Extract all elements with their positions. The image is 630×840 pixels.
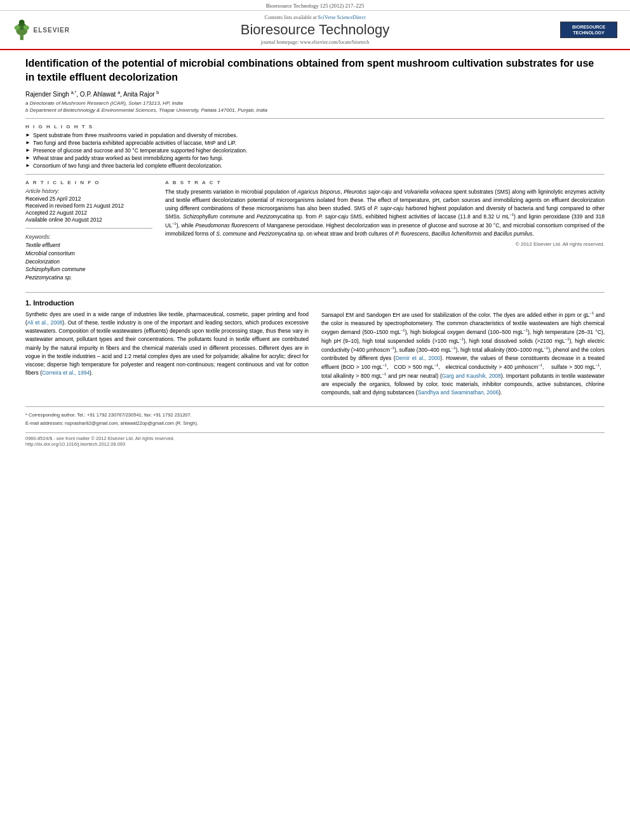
- keywords-list: Textile effluent Microbial consortium De…: [25, 241, 152, 282]
- intro-body: Synthetic dyes are used in a wide range …: [25, 310, 605, 401]
- highlight-text-5: Consortium of two fungi and three bacter…: [33, 163, 222, 169]
- homepage-line: journal homepage: www.elsevier.com/locat…: [70, 39, 560, 45]
- divider-2: [25, 174, 605, 175]
- ref-demir-2000[interactable]: Demir et al., 2000: [396, 355, 441, 361]
- highlight-text-1: Spent substrate from three mushrooms var…: [33, 132, 238, 138]
- highlight-item-2: ► Two fungi and three bacteria exhibited…: [25, 140, 605, 146]
- copyright-line: © 2012 Elsevier Ltd. All rights reserved…: [165, 241, 605, 247]
- doi-text[interactable]: http://dx.doi.org/10.1016/j.biortech.201…: [25, 441, 125, 447]
- highlight-item-3: ► Presence of glucose and sucrose and 30…: [25, 147, 605, 154]
- svg-point-3: [19, 20, 25, 25]
- elsevier-tree-icon: [13, 17, 31, 43]
- article-info-label: A R T I C L E I N F O: [25, 180, 152, 185]
- abstract-label: A B S T R A C T: [165, 180, 605, 185]
- sciverse-line: Contents lists available at SciVerse Sci…: [70, 15, 560, 20]
- history-label: Article history:: [25, 188, 152, 194]
- arrow-icon-4: ►: [25, 155, 30, 161]
- abstract-col: A B S T R A C T The study presents varia…: [165, 180, 605, 287]
- arrow-icon-2: ►: [25, 140, 30, 145]
- keyword-5: Pezizomycatina sp.: [25, 274, 152, 282]
- affiliation-a: a Directorate of Mushroom Research (ICAR…: [25, 100, 605, 106]
- ref-sandhya-2006[interactable]: Sandhya and Swaminathan, 2006: [418, 389, 499, 396]
- intro-para-1: Synthetic dyes are used in a wide range …: [25, 310, 309, 377]
- affiliation-b: b Department of Biotechnology & Environm…: [25, 107, 605, 113]
- highlights-label: H I G H L I G H T S: [25, 124, 605, 130]
- article-info-col: A R T I C L E I N F O Article history: R…: [25, 180, 152, 287]
- arrow-icon-3: ►: [25, 147, 30, 153]
- keywords-label: Keywords:: [25, 234, 152, 240]
- highlight-item-5: ► Consortium of two fungi and three bact…: [25, 163, 605, 169]
- elsevier-logo: ELSEVIER: [13, 17, 70, 43]
- intro-section: 1. Introduction Synthetic dyes are used …: [25, 299, 605, 401]
- footnote-email: E-mail addresses: nsprashar82@gmail.com,…: [25, 420, 605, 426]
- revised-date: Received in revised form 21 August 2012: [25, 203, 152, 209]
- journal-header: ELSEVIER Contents lists available at Sci…: [0, 11, 630, 50]
- divider-3: [25, 292, 605, 293]
- bio-logo-box: BIORESOURCETECHNOLOGY: [560, 22, 617, 38]
- divider-1: [25, 118, 605, 119]
- elsevier-text: ELSEVIER: [34, 27, 70, 34]
- keyword-3: Decolorization: [25, 258, 152, 266]
- intro-left-col: Synthetic dyes are used in a wide range …: [25, 310, 309, 401]
- journal-citation: Bioresource Technology 125 (2012) 217–22…: [0, 0, 630, 11]
- main-content: Identification of the potential of micro…: [0, 50, 630, 453]
- article-meta-section: A R T I C L E I N F O Article history: R…: [25, 180, 605, 287]
- intro-para-2: Sansapol EM and Sandogen EH are used for…: [321, 310, 605, 397]
- highlights-section: H I G H L I G H T S ► Spent substrate fr…: [25, 124, 605, 169]
- highlight-text-2: Two fungi and three bacteria exhibited a…: [33, 140, 236, 146]
- bioresource-logo: BIORESOURCETECHNOLOGY: [560, 22, 617, 38]
- intro-right-col: Sansapol EM and Sandogen EH are used for…: [321, 310, 605, 401]
- abstract-text: The study presents variation in microbia…: [165, 188, 605, 237]
- received-date: Received 25 April 2012: [25, 196, 152, 202]
- footnote-corresponding: * Corresponding author. Tel.: +91 1792 2…: [25, 412, 605, 418]
- keyword-2: Microbial consortium: [25, 250, 152, 258]
- journal-title: Bioresource Technology: [70, 22, 560, 38]
- keywords-group: Keywords: Textile effluent Microbial con…: [25, 234, 152, 282]
- accepted-date: Accepted 22 August 2012: [25, 210, 152, 216]
- article-title: Identification of the potential of micro…: [25, 57, 605, 85]
- issn-text: 0960-8524/$ - see front matter © 2012 El…: [25, 436, 605, 441]
- highlight-item-1: ► Spent substrate from three mushrooms v…: [25, 132, 605, 138]
- article-history: Article history: Received 25 April 2012 …: [25, 188, 152, 223]
- intro-heading: 1. Introduction: [25, 299, 605, 307]
- arrow-icon-1: ►: [25, 132, 30, 138]
- ref-correira-1994[interactable]: Correira et al., 1994: [42, 370, 90, 376]
- highlight-text-4: Wheat straw and paddy straw worked as be…: [33, 155, 224, 161]
- doi-link[interactable]: http://dx.doi.org/10.1016/j.biortech.201…: [25, 441, 605, 447]
- keyword-1: Textile effluent: [25, 241, 152, 250]
- available-date: Available online 30 August 2012: [25, 217, 152, 223]
- authors: Rajender Singh a,*, O.P. Ahlawat a, Anit…: [25, 90, 605, 98]
- ref-garg-2008[interactable]: Garg and Kaushik, 2008: [442, 373, 501, 379]
- highlight-item-4: ► Wheat straw and paddy straw worked as …: [25, 155, 605, 161]
- keyword-4: Schizophyllum commune: [25, 265, 152, 274]
- sciverse-link[interactable]: SciVerse ScienceDirect: [318, 15, 366, 20]
- ref-ali-2008[interactable]: Ali et al., 2008: [27, 319, 63, 326]
- divider-footer: [25, 406, 605, 407]
- divider-info: [25, 228, 152, 229]
- footer-issn: 0960-8524/$ - see front matter © 2012 El…: [25, 432, 605, 447]
- highlight-text-3: Presence of glucose and sucrose and 30 °…: [33, 147, 247, 154]
- citation-text: Bioresource Technology 125 (2012) 217–22…: [266, 3, 365, 9]
- arrow-icon-5: ►: [25, 163, 30, 168]
- journal-title-area: Contents lists available at SciVerse Sci…: [70, 15, 560, 45]
